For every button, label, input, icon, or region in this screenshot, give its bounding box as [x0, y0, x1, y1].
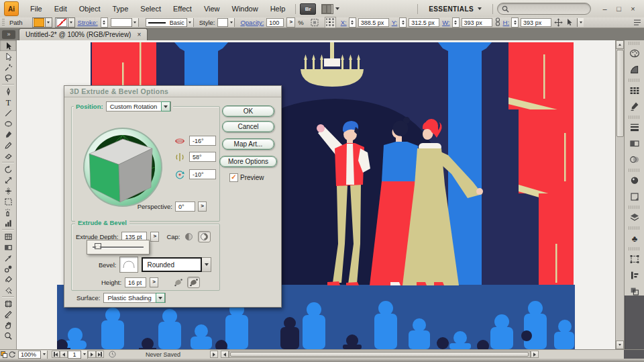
cap-on-icon[interactable]	[183, 232, 195, 242]
tool-eyedropper[interactable]	[0, 253, 16, 263]
3d-extrude-bevel-dialog[interactable]: 3D Extrude & Bevel Options Position: Cus…	[64, 85, 282, 308]
constrain-proportions-icon[interactable]	[495, 17, 500, 28]
stroke-color-swatch[interactable]	[55, 17, 75, 28]
pixel-grid-icon[interactable]	[310, 18, 319, 27]
map-art-button[interactable]: Map Art...	[222, 138, 274, 150]
menu-help[interactable]: Help	[264, 1, 292, 17]
opacity-link[interactable]: Opacity:	[240, 19, 264, 26]
tool-zoom[interactable]	[0, 330, 16, 341]
tool-free-transform[interactable]	[0, 196, 16, 207]
panel-grip[interactable]	[2, 19, 5, 27]
panel-transform-button[interactable]	[625, 251, 644, 267]
tool-ellipse[interactable]	[0, 118, 16, 129]
tool-pen[interactable]	[0, 86, 16, 97]
first-artboard-button[interactable]	[52, 351, 60, 358]
vertical-scrollbar[interactable]	[615, 40, 624, 349]
bevel-select-arrow[interactable]	[202, 257, 211, 272]
bevel-extent-in-icon[interactable]	[187, 277, 200, 288]
tool-pencil[interactable]	[0, 140, 16, 150]
height-slider-button[interactable]: >	[150, 277, 158, 287]
slider-handle[interactable]	[95, 244, 101, 248]
tool-eraser[interactable]	[0, 150, 16, 161]
menu-effect[interactable]: Effect	[167, 1, 198, 17]
stroke-link[interactable]: Stroke:	[78, 19, 98, 26]
bevel-extent-out-icon[interactable]	[172, 277, 184, 287]
tool-artboard[interactable]	[0, 298, 16, 309]
w-link[interactable]: W:	[442, 19, 449, 26]
hscroll-left-button[interactable]	[221, 351, 229, 358]
panel-transparency-button[interactable]	[625, 151, 644, 167]
search-input[interactable]	[497, 3, 591, 15]
y-link[interactable]: Y:	[392, 19, 397, 26]
tool-live-paint-bucket[interactable]	[0, 274, 16, 285]
rotate-y-field[interactable]: 58°	[189, 152, 216, 162]
value-field[interactable]: 388.5 px	[358, 18, 389, 27]
menu-type[interactable]: Type	[107, 1, 135, 17]
panel-stroke-button[interactable]	[625, 119, 644, 135]
panel-symbols-button[interactable]: ♣	[625, 230, 644, 246]
opacity-field[interactable]: 100	[266, 18, 284, 27]
tool-slice[interactable]	[0, 309, 16, 320]
x-link[interactable]: X:	[341, 19, 347, 26]
rotation-trackball[interactable]	[80, 125, 165, 210]
perspective-slider-button[interactable]: >	[198, 201, 207, 212]
panel-align-button[interactable]	[625, 267, 644, 283]
panel-brushes-button[interactable]	[625, 98, 644, 114]
panel-appearance-button[interactable]	[625, 172, 644, 188]
extrude-depth-slider-button[interactable]: >	[150, 232, 159, 242]
vertical-scroll-thumb[interactable]	[616, 50, 624, 137]
fill-dropdown-button[interactable]	[45, 18, 52, 27]
value-stepper[interactable]	[452, 17, 460, 28]
stroke-weight-select[interactable]	[111, 18, 139, 27]
extrude-depth-slider-popup[interactable]	[87, 240, 150, 255]
tool-blend[interactable]	[0, 263, 16, 274]
panel-graphic-styles-button[interactable]	[625, 188, 644, 204]
stroke-weight-stepper[interactable]	[101, 17, 108, 28]
menu-file[interactable]: File	[24, 1, 48, 17]
value-stepper[interactable]	[399, 17, 407, 28]
tool-selection[interactable]	[0, 40, 16, 51]
opacity-slider-button[interactable]: >	[286, 17, 295, 28]
control-options-dropdown[interactable]	[577, 18, 584, 27]
tool-live-paint-selection[interactable]	[0, 285, 16, 296]
menu-object[interactable]: Object	[73, 1, 107, 17]
panel-color-guide-button[interactable]	[625, 61, 644, 77]
panel-layers-button[interactable]	[625, 209, 644, 225]
tool-gradient[interactable]	[0, 242, 16, 253]
tool-rotate[interactable]	[0, 164, 16, 175]
tool-width-tool[interactable]	[0, 185, 16, 196]
next-artboard-button[interactable]	[88, 351, 96, 358]
value-stepper[interactable]	[511, 17, 519, 28]
bridge-button[interactable]: Br	[300, 3, 316, 15]
preview-checkbox[interactable]: ✓	[229, 173, 238, 182]
mini-fill-stroke-icon[interactable]	[0, 351, 8, 358]
scroll-down-button[interactable]	[616, 341, 624, 349]
more-options-button[interactable]: More Options	[219, 156, 277, 167]
menu-edit[interactable]: Edit	[48, 1, 73, 17]
tool-scale[interactable]	[0, 175, 16, 185]
close-button[interactable]: ×	[629, 5, 637, 13]
artboard-number-select[interactable]: 1	[68, 351, 88, 359]
dialog-title[interactable]: 3D Extrude & Bevel Options	[64, 86, 281, 97]
panel-color-button[interactable]	[625, 45, 644, 61]
tool-magic-wand[interactable]	[0, 62, 16, 73]
bevel-select[interactable]: Rounded	[142, 257, 211, 272]
position-select[interactable]: Custom Rotation	[106, 101, 172, 111]
hscroll-right-button[interactable]	[531, 351, 539, 358]
tool-column-graph[interactable]	[0, 218, 16, 228]
ok-button[interactable]: OK	[222, 105, 274, 117]
rotate-x-field[interactable]: -16°	[189, 136, 216, 146]
stroke-dropdown-button[interactable]	[68, 18, 74, 27]
zoom-level-select[interactable]: 100%	[18, 351, 48, 359]
last-artboard-button[interactable]	[96, 351, 104, 358]
panel-swatches-button[interactable]	[625, 82, 644, 98]
value-field[interactable]: 393 px	[521, 18, 551, 27]
brush-definition-select[interactable]: Basic	[146, 18, 194, 27]
fill-color-swatch[interactable]	[32, 17, 52, 28]
tool-hand[interactable]	[0, 320, 16, 330]
position-select-arrow[interactable]	[161, 101, 170, 111]
value-stepper[interactable]	[349, 17, 356, 28]
value-field[interactable]: 393 px	[462, 18, 492, 27]
scroll-up-button[interactable]	[616, 40, 624, 49]
cancel-button[interactable]: Cancel	[222, 121, 274, 132]
